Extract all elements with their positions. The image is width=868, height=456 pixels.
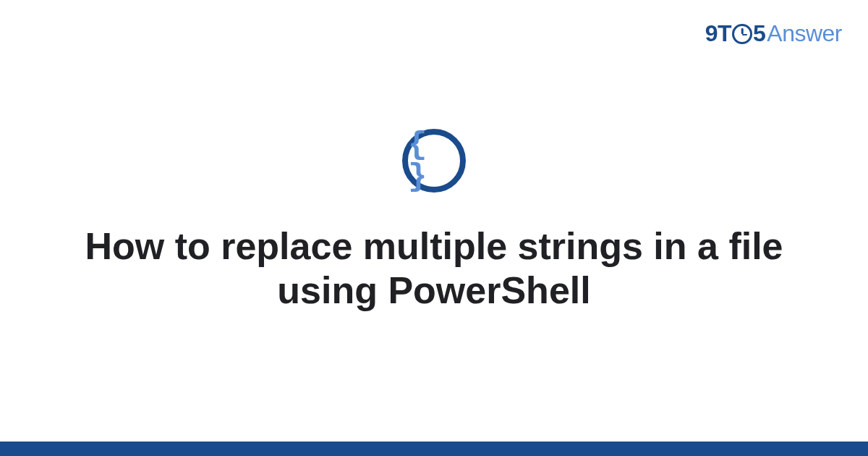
braces-icon: { }	[402, 129, 466, 193]
footer-bar	[0, 442, 868, 456]
braces-glyph: { }	[408, 129, 460, 193]
main-content: { } How to replace multiple strings in a…	[0, 0, 868, 456]
page-title: How to replace multiple strings in a fil…	[65, 224, 803, 313]
